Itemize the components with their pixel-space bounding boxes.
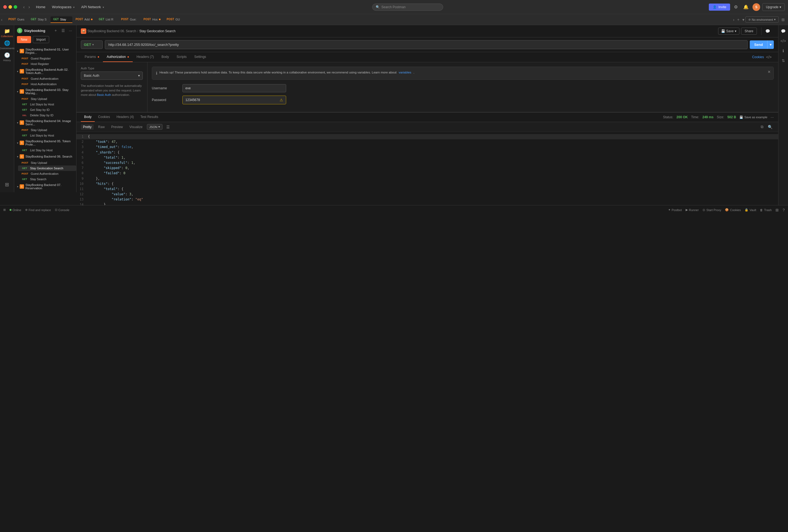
minimize-button[interactable] bbox=[8, 5, 12, 9]
view-raw[interactable]: Raw bbox=[96, 124, 107, 130]
list-item[interactable]: POST Guest Authentication bbox=[18, 171, 76, 176]
forward-button[interactable]: › bbox=[27, 3, 32, 11]
list-item[interactable]: GET List Stay by Host bbox=[18, 147, 76, 153]
save-example-button[interactable]: 💾 Save as example bbox=[740, 116, 767, 119]
info-panel-btn[interactable]: ℹ bbox=[781, 47, 786, 55]
response-tab-headers[interactable]: Headers (4) bbox=[113, 113, 137, 122]
upgrade-button[interactable]: Upgrade ▾ bbox=[762, 3, 785, 11]
tab-headers[interactable]: Headers (7) bbox=[133, 52, 158, 62]
basic-auth-link[interactable]: Basic Auth bbox=[97, 93, 111, 96]
tab-nav-left[interactable]: ‹ bbox=[0, 16, 3, 23]
list-item[interactable]: GET Get Stay by ID bbox=[18, 107, 76, 113]
view-pretty[interactable]: Pretty bbox=[81, 124, 94, 130]
tab-nav-right[interactable]: › bbox=[732, 16, 735, 23]
warning-close-button[interactable]: ✕ bbox=[768, 70, 771, 74]
filter-icon[interactable]: ☰ bbox=[165, 124, 172, 130]
collection-header-5[interactable]: ▾ C StayBooking Backend 05. Token Prote.… bbox=[14, 138, 76, 147]
send-dropdown[interactable]: ▾ bbox=[767, 40, 774, 49]
settings-icon[interactable]: ⚙ bbox=[732, 3, 740, 11]
list-item[interactable]: POST Host Register bbox=[18, 61, 76, 67]
cookies-link[interactable]: Cookies bbox=[752, 55, 764, 59]
share-button[interactable]: Share bbox=[741, 27, 757, 35]
help-btn[interactable]: ? bbox=[783, 208, 785, 212]
response-tab-cookies[interactable]: Cookies bbox=[95, 113, 113, 122]
find-replace-btn[interactable]: ⊕ Find and replace bbox=[25, 208, 51, 212]
runner-btn[interactable]: ▶ Runner bbox=[686, 208, 699, 212]
list-item[interactable]: DEL Delete Stay by ID bbox=[18, 113, 76, 118]
code-view-btn[interactable]: </> bbox=[779, 37, 787, 45]
list-item[interactable]: POST Guest Authentication bbox=[18, 76, 76, 81]
tab-more[interactable]: ▾ bbox=[741, 16, 745, 23]
list-item[interactable]: POST Guest Register bbox=[18, 56, 76, 61]
home-link[interactable]: Home bbox=[34, 4, 48, 10]
collection-header-1[interactable]: ▾ C StayBooking Backend 01. User Regist.… bbox=[14, 46, 76, 56]
response-tab-test-results[interactable]: Test Results bbox=[137, 113, 161, 122]
send-button[interactable]: Send bbox=[750, 40, 767, 49]
start-proxy-btn[interactable]: ◎ Start Proxy bbox=[703, 208, 721, 212]
response-more-button[interactable]: ··· bbox=[770, 115, 774, 119]
code-snippet-btn[interactable]: </> bbox=[764, 55, 774, 59]
console-btn[interactable]: ⊡ Console bbox=[55, 208, 70, 212]
collection-header-4[interactable]: ▾ C StayBooking Backend 04. Image Servi.… bbox=[14, 118, 76, 127]
sidebar-item-collections[interactable]: 📁 Collections bbox=[2, 27, 13, 38]
sidebar-toggle[interactable]: ⊞ bbox=[3, 208, 6, 212]
environment-more[interactable]: ⊞ bbox=[780, 16, 786, 23]
vault-btn[interactable]: 🔒 Vault bbox=[745, 208, 756, 212]
url-input[interactable] bbox=[105, 40, 748, 49]
collection-header-3[interactable]: ▾ C StayBooking Backend 03. Stay Manag..… bbox=[14, 87, 76, 96]
new-collection-btn[interactable]: ＋ bbox=[53, 27, 59, 34]
variables-link[interactable]: variables bbox=[399, 70, 411, 75]
list-item[interactable]: GET List Stays by Host bbox=[18, 133, 76, 138]
list-item[interactable]: GET Stay Geolocation Search bbox=[18, 165, 76, 171]
import-button[interactable]: Import bbox=[33, 36, 49, 43]
password-input[interactable]: 12345678 ⚠ bbox=[182, 96, 286, 104]
collection-header-6[interactable]: ▾ C StayBooking Backend 06. Search bbox=[14, 153, 76, 160]
back-button[interactable]: ‹ bbox=[22, 3, 26, 11]
sidebar-item-history[interactable]: 🕐 History bbox=[2, 51, 13, 62]
workspaces-menu[interactable]: Workspaces ▾ bbox=[50, 4, 77, 10]
tab-settings[interactable]: Settings bbox=[190, 52, 210, 62]
view-preview[interactable]: Preview bbox=[109, 124, 125, 130]
list-item[interactable]: POST Stay Upload bbox=[18, 96, 76, 102]
comment-panel-btn[interactable]: 💬 bbox=[779, 27, 787, 35]
sidebar-item-add-workspace[interactable]: ⊞ bbox=[2, 179, 13, 190]
cookies-status-btn[interactable]: 🍪 Cookies bbox=[725, 208, 741, 212]
auth-type-select[interactable]: Basic Auth ▾ bbox=[81, 72, 143, 80]
tab-scripts[interactable]: Scripts bbox=[173, 52, 191, 62]
notifications-icon[interactable]: 🔔 bbox=[742, 3, 750, 11]
collection-header-7[interactable]: ▾ C StayBooking Backend 07. Reservation bbox=[14, 182, 76, 191]
tab-post-guest[interactable]: POST Gues bbox=[6, 16, 27, 23]
tab-body[interactable]: Body bbox=[158, 52, 173, 62]
trash-btn[interactable]: 🗑 Trash bbox=[760, 209, 772, 212]
tab-get-stay-s[interactable]: GET Stay S bbox=[28, 16, 50, 23]
tab-post-hos[interactable]: POST Hos bbox=[141, 16, 163, 23]
fullscreen-button[interactable] bbox=[14, 5, 17, 9]
view-visualize[interactable]: Visualize bbox=[127, 124, 145, 130]
filter-btn[interactable]: ☰ bbox=[60, 27, 66, 34]
postbot-btn[interactable]: ✦ Postbot bbox=[668, 208, 682, 212]
close-button[interactable] bbox=[3, 5, 7, 9]
copy-button[interactable]: ⧉ bbox=[759, 124, 765, 130]
username-input[interactable]: eve bbox=[182, 84, 286, 92]
online-status[interactable]: Online bbox=[9, 209, 21, 212]
save-button[interactable]: 💾 Save ▾ bbox=[718, 27, 740, 35]
search-in-response-button[interactable]: 🔍 bbox=[766, 124, 774, 130]
format-select[interactable]: JSON ▾ bbox=[147, 124, 162, 130]
no-environment-select[interactable]: ⊘ No environment ▾ bbox=[745, 16, 779, 23]
layout-btn[interactable]: ⇅ bbox=[780, 57, 787, 64]
list-item[interactable]: POST Stay Upload bbox=[18, 160, 76, 165]
search-bar[interactable]: 🔍 Search Postman bbox=[372, 3, 443, 11]
avatar[interactable]: S bbox=[752, 3, 760, 11]
tab-post-gue[interactable]: POST Gue: bbox=[118, 16, 140, 23]
list-item[interactable]: GET List Stays by Host bbox=[18, 102, 76, 107]
list-item[interactable]: POST Stay Upload bbox=[18, 127, 76, 133]
sidebar-item-environments[interactable]: 🌐 Environments bbox=[2, 39, 13, 50]
api-network-menu[interactable]: API Network ▾ bbox=[79, 4, 106, 10]
tab-add[interactable]: ＋ bbox=[735, 16, 741, 23]
expand-btn[interactable]: ⊞ bbox=[775, 208, 779, 212]
tab-get-stay[interactable]: GET Stay bbox=[51, 16, 72, 23]
tab-post-gu[interactable]: POST GU bbox=[164, 16, 186, 23]
invite-button[interactable]: 👤 Invite bbox=[709, 3, 730, 11]
method-select[interactable]: GET ▾ bbox=[81, 40, 103, 49]
tab-params[interactable]: Params bbox=[81, 52, 103, 62]
